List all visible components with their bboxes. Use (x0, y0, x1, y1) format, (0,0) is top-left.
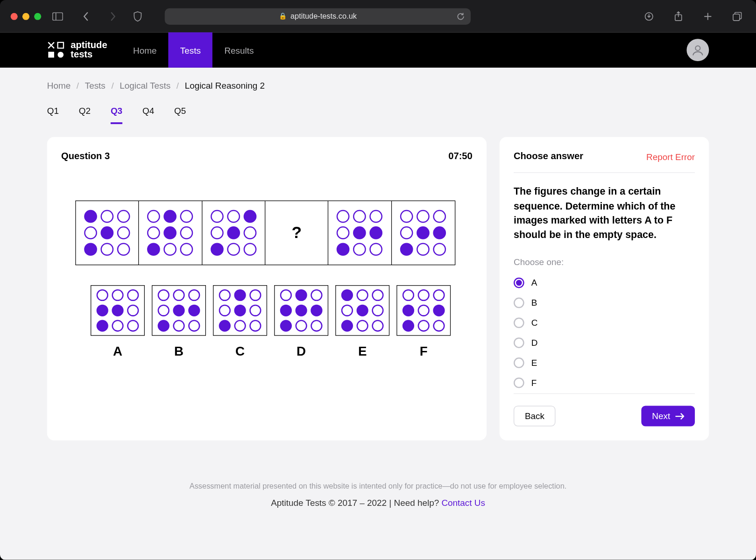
dot-filled (370, 226, 383, 239)
share-icon[interactable] (670, 10, 686, 23)
close-window-icon[interactable] (11, 13, 18, 20)
dot-empty (243, 243, 256, 256)
page-footer: Assessment material presented on this we… (47, 482, 709, 507)
choose-one-label: Choose one: (514, 257, 695, 266)
dot-filled (234, 289, 246, 301)
next-button[interactable]: Next (642, 406, 695, 426)
dot-filled (296, 289, 307, 301)
breadcrumb-item[interactable]: Home (47, 81, 71, 91)
window-controls (11, 13, 42, 20)
question-card: Question 3 07:50 ? ABCDEF (47, 137, 487, 441)
nav-item-home[interactable]: Home (121, 32, 169, 68)
dot-empty (353, 210, 367, 223)
nav-item-tests[interactable]: Tests (169, 32, 213, 68)
answer-option-a[interactable]: A (91, 285, 145, 359)
dot-empty (370, 210, 383, 223)
page-content: aptitude tests HomeTestsResults Home/Tes… (0, 32, 756, 560)
question-tab-q5[interactable]: Q5 (174, 106, 186, 124)
new-tab-icon[interactable] (699, 10, 716, 23)
radio-label: E (531, 357, 537, 367)
back-button[interactable]: Back (514, 406, 556, 426)
dot-filled (211, 243, 224, 256)
answer-option-d[interactable]: D (274, 285, 328, 359)
breadcrumb-separator: / (77, 81, 79, 91)
dot-grid (148, 210, 193, 256)
dot-empty (243, 226, 256, 239)
dot-filled (158, 320, 170, 331)
nav-item-results[interactable]: Results (212, 32, 265, 68)
dot-filled (353, 226, 367, 239)
dot-empty (296, 320, 307, 331)
radio-option-b[interactable]: B (514, 297, 695, 308)
privacy-shield-icon[interactable] (129, 10, 146, 23)
answer-label: C (235, 344, 245, 359)
svg-rect-6 (48, 52, 54, 58)
breadcrumb-current: Logical Reasoning 2 (185, 81, 265, 91)
answer-box (274, 285, 328, 336)
dot-grid (219, 289, 261, 332)
downloads-icon[interactable] (641, 10, 657, 23)
url-text: aptitude-tests.co.uk (290, 12, 357, 21)
copyright-text: Aptitude Tests © 2017 – 2022 | Need help… (271, 497, 441, 507)
answer-box (152, 285, 206, 336)
breadcrumb-item[interactable]: Logical Tests (120, 81, 170, 91)
breadcrumb: Home/Tests/Logical Tests/Logical Reasoni… (47, 81, 709, 91)
report-error-link[interactable]: Report Error (646, 151, 695, 161)
maximize-window-icon[interactable] (34, 13, 41, 20)
dot-empty (249, 305, 261, 316)
sequence-cell (392, 201, 455, 265)
question-tab-q3[interactable]: Q3 (111, 106, 122, 124)
radio-icon (514, 317, 524, 328)
dot-empty (117, 210, 130, 223)
dot-empty (341, 305, 353, 316)
answer-box (396, 285, 451, 336)
sequence-cell (139, 201, 202, 265)
sidebar-toggle-icon[interactable] (49, 10, 66, 23)
brand-logo[interactable]: aptitude tests (47, 41, 107, 59)
tab-overview-icon[interactable] (729, 10, 745, 23)
sequence-cell (76, 201, 139, 265)
answer-label: F (420, 344, 428, 359)
radio-option-a[interactable]: A (514, 277, 695, 288)
breadcrumb-item[interactable]: Tests (85, 81, 106, 91)
dot-filled (164, 226, 177, 239)
address-bar[interactable]: 🔒 aptitude-tests.co.uk (165, 8, 471, 24)
dot-empty (249, 289, 261, 301)
radio-option-c[interactable]: C (514, 317, 695, 328)
dot-grid (97, 289, 139, 332)
dot-filled (280, 305, 292, 316)
radio-option-e[interactable]: E (514, 357, 695, 368)
question-tab-q4[interactable]: Q4 (142, 106, 154, 124)
breadcrumb-separator: / (177, 81, 179, 91)
unknown-marker: ? (291, 224, 302, 242)
dot-empty (403, 289, 414, 301)
dot-empty (280, 289, 292, 301)
dot-empty (400, 210, 413, 223)
dot-empty (234, 320, 246, 331)
dot-empty (337, 210, 350, 223)
minimize-window-icon[interactable] (22, 13, 29, 20)
contact-link[interactable]: Contact Us (441, 497, 485, 507)
browser-toolbar: 🔒 aptitude-tests.co.uk (0, 0, 756, 32)
question-tab-q1[interactable]: Q1 (47, 106, 59, 124)
back-icon[interactable] (78, 10, 94, 23)
question-tab-q2[interactable]: Q2 (79, 106, 91, 124)
user-avatar[interactable] (686, 39, 709, 61)
dot-empty (433, 243, 446, 256)
dot-empty (433, 210, 446, 223)
answer-panel: Choose answer Report Error The figures c… (500, 137, 709, 441)
radio-icon (514, 297, 524, 308)
reload-icon[interactable] (457, 12, 465, 21)
dot-empty (173, 289, 184, 301)
answer-option-e[interactable]: E (335, 285, 389, 359)
dot-filled (243, 210, 256, 223)
radio-option-f[interactable]: F (514, 377, 695, 388)
answer-option-c[interactable]: C (213, 285, 267, 359)
dot-empty (148, 210, 161, 223)
radio-option-d[interactable]: D (514, 337, 695, 348)
dot-filled (341, 320, 353, 331)
radio-label: A (531, 278, 537, 287)
dot-empty (101, 243, 114, 256)
answer-option-f[interactable]: F (396, 285, 451, 359)
answer-option-b[interactable]: B (152, 285, 206, 359)
